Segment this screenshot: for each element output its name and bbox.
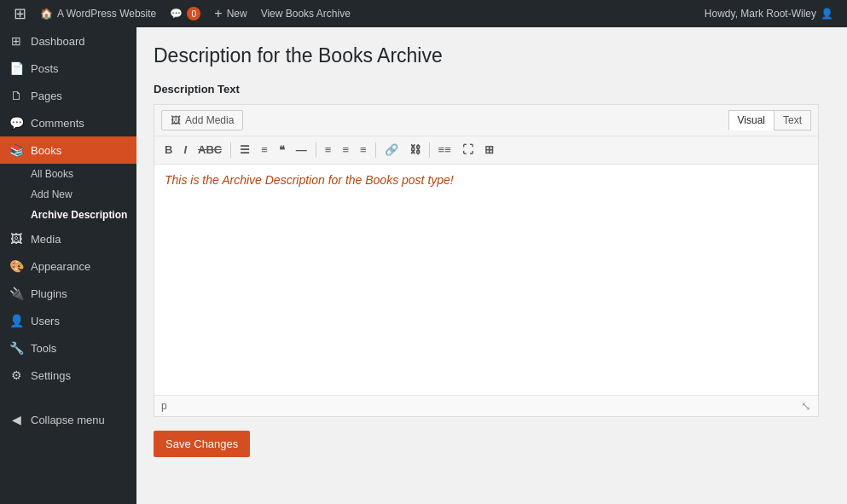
home-icon: 🏠 [40,8,53,20]
sidebar-item-media[interactable]: 🖼 Media [0,225,136,252]
sidebar-label-media: Media [31,233,61,246]
sidebar-label-posts: Posts [31,62,59,75]
plus-icon: + [214,6,222,21]
add-media-button[interactable]: 🖼 Add Media [161,110,243,130]
wp-logo-icon: ⊞ [14,4,26,23]
media-icon: 🖼 [9,232,24,246]
plugins-icon: 🔌 [9,287,24,300]
sidebar-item-books[interactable]: 📚 Books ◀ [0,136,136,164]
settings-icon: ⚙ [9,368,24,382]
pages-icon: 🗋 [9,89,24,102]
adminbar-view-archive[interactable]: View Books Archive [254,0,357,27]
align-center-button[interactable]: ≡ [337,140,354,160]
tab-visual[interactable]: Visual [728,110,774,130]
add-new-label: Add New [31,188,73,200]
adminbar-comments[interactable]: 💬 0 [163,0,207,27]
sidebar: ⊞ Dashboard 📄 Posts 🗋 Pages 💬 Comments 📚… [0,27,136,504]
sidebar-item-dashboard[interactable]: ⊞ Dashboard [0,27,136,55]
admin-bar: ⊞ 🏠 A WordPress Website 💬 0 + New View B… [0,0,847,27]
sidebar-item-pages[interactable]: 🗋 Pages [0,82,136,109]
adminbar-howdy[interactable]: Howdy, Mark Root-Wiley 👤 [698,0,840,27]
archive-description-label: Archive Description [31,209,127,221]
fullscreen-button[interactable]: ⛶ [457,140,479,160]
format-sep-2 [316,142,316,158]
adminbar-right: Howdy, Mark Root-Wiley 👤 [698,0,840,27]
bold-button[interactable]: B [160,140,177,160]
comments-count: 0 [187,7,200,20]
posts-icon: 📄 [9,61,24,75]
editor-content[interactable]: This is the Archive Description for the … [154,165,818,395]
format-sep-4 [429,142,430,158]
sidebar-label-settings: Settings [31,369,71,382]
tab-text[interactable]: Text [774,110,811,130]
view-archive-label: View Books Archive [261,8,351,20]
description-label: Description Text [154,83,830,96]
adminbar-site[interactable]: 🏠 A WordPress Website [33,0,163,27]
sidebar-label-dashboard: Dashboard [31,35,85,48]
add-media-icon: 🖼 [171,114,181,126]
main-content: Description for the Books Archive Descri… [136,27,847,504]
sidebar-item-tools[interactable]: 🔧 Tools [0,334,136,362]
sidebar-item-settings[interactable]: ⚙ Settings [0,362,136,389]
ol-button[interactable]: ≡ [256,140,273,160]
user-avatar-icon: 👤 [821,8,833,20]
more-button[interactable]: ≡≡ [433,140,456,160]
sidebar-label-books: Books [31,144,61,157]
sidebar-item-users[interactable]: 👤 Users [0,307,136,334]
comments-nav-icon: 💬 [9,116,24,130]
strikethrough-button[interactable]: ABC [193,140,227,160]
dashboard-icon: ⊞ [9,34,24,48]
sidebar-label-pages: Pages [31,90,62,102]
sidebar-collapse[interactable]: ◀ Collapse menu [0,406,136,433]
table-button[interactable]: ⊞ [479,140,499,160]
collapse-icon: ◀ [9,413,24,426]
hr-button[interactable]: — [291,140,312,160]
wp-logo[interactable]: ⊞ [7,0,33,27]
books-icon: 📚 [9,143,24,157]
editor-text: This is the Archive Description for the … [165,173,808,187]
sidebar-item-plugins[interactable]: 🔌 Plugins [0,280,136,307]
sidebar-label-plugins: Plugins [31,287,67,300]
italic-button[interactable]: I [178,140,192,160]
books-arrow-icon: ◀ [126,142,136,159]
new-label: New [227,8,247,20]
howdy-text: Howdy, Mark Root-Wiley [705,8,816,20]
site-name: A WordPress Website [57,8,156,20]
format-sep-1 [230,142,231,158]
sidebar-label-comments: Comments [31,117,84,130]
tools-icon: 🔧 [9,341,24,355]
editor-resize-handle[interactable]: ⤡ [801,399,811,413]
editor-container: 🖼 Add Media Visual Text B I ABC [154,104,819,417]
editor-footer: p ⤡ [154,395,818,416]
ul-button[interactable]: ☰ [235,140,255,160]
align-left-button[interactable]: ≡ [320,140,337,160]
editor-footer-tag: p [161,400,167,412]
unlink-button[interactable]: ⛓ [404,140,426,160]
format-sep-3 [375,142,376,158]
editor-format-bar: B I ABC ☰ ≡ ❝ — ≡ ≡ ≡ 🔗 ⛓ ≡≡ ⛶ ⊞ [154,136,818,165]
sidebar-item-appearance[interactable]: 🎨 Appearance [0,252,136,280]
text-tab-label: Text [783,114,802,126]
users-icon: 👤 [9,314,24,327]
sidebar-label-users: Users [31,315,60,327]
save-changes-button[interactable]: Save Changes [154,431,250,457]
collapse-label: Collapse menu [31,414,105,426]
sidebar-sub-archive-description[interactable]: Archive Description [0,205,136,225]
editor-toolbar-top: 🖼 Add Media Visual Text [154,105,818,136]
all-books-label: All Books [31,168,73,180]
visual-tab-label: Visual [738,114,765,126]
sidebar-sub-add-new[interactable]: Add New [0,184,136,205]
align-right-button[interactable]: ≡ [355,140,372,160]
sidebar-item-comments[interactable]: 💬 Comments [0,109,136,136]
link-button[interactable]: 🔗 [380,140,403,160]
comments-icon: 💬 [170,8,183,20]
add-media-label: Add Media [185,114,234,126]
sidebar-label-tools: Tools [31,342,56,355]
page-title: Description for the Books Archive [154,44,830,67]
adminbar-new[interactable]: + New [207,0,253,27]
sidebar-sub-all-books[interactable]: All Books [0,164,136,184]
sidebar-label-appearance: Appearance [31,260,90,273]
editor-tabs: Visual Text [728,110,811,130]
sidebar-item-posts[interactable]: 📄 Posts [0,55,136,82]
blockquote-button[interactable]: ❝ [274,140,290,160]
